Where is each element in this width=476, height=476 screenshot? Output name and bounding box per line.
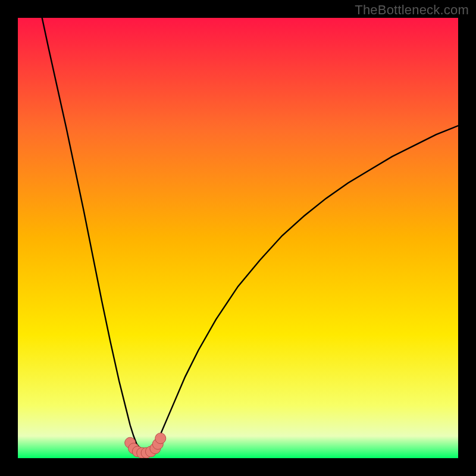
plot-svg [18,18,458,458]
watermark-text: TheBottleneck.com [355,2,469,18]
gradient-background [18,18,458,458]
notch-marker [155,433,166,444]
chart-frame: TheBottleneck.com [0,0,476,476]
plot-area [18,18,458,458]
